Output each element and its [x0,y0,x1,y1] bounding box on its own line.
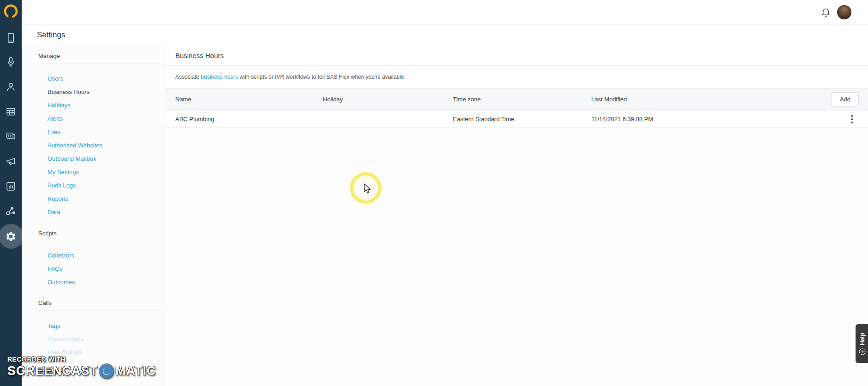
nav-section-calls: Calls [38,299,161,311]
settings-gear-icon[interactable] [5,231,17,242]
nav-item-tags[interactable]: Tags [48,320,161,333]
table-grid-icon[interactable] [5,106,17,117]
nav-item-user-ratings: User Ratings [48,345,161,358]
nav-item-outcomes[interactable]: Outcomes [48,275,161,289]
nav-item-audit-logs[interactable]: Audit Logs [48,179,161,192]
description-suffix: with scripts or IVR workflows to tell SA… [238,74,404,80]
cell-timezone: Eastern Standard Time [453,111,514,128]
nav-item-share-details: Share Details [48,333,161,345]
cell-last-modified: 11/14/2021 6:39:08 PM [591,111,653,128]
notifications-bell-icon[interactable] [820,7,831,18]
nav-list-manage: Users Business Hours Holidays Alerts Fil… [48,72,161,219]
page-title-band: Settings [22,25,868,45]
nav-item-alerts[interactable]: Alerts [48,112,161,125]
main-content: Business Hours Associate business hours … [165,46,868,386]
help-label: Help [859,333,865,345]
settings-nav-panel: Manage Users Business Hours Holidays Ale… [22,46,165,386]
top-bar [22,0,868,24]
nav-section-telephony: Telephony [38,369,161,380]
nav-item-holidays[interactable]: Holidays [48,99,161,112]
nav-item-collectors[interactable]: Collectors [48,249,161,262]
app-logo-icon[interactable] [3,4,18,19]
help-question-icon: ? [859,348,865,355]
table-row[interactable]: ABC Plumbing Eastern Standard Time 11/14… [165,111,868,128]
nav-section-manage: Manage [38,53,161,64]
description-row: Associate business hours with scripts or… [165,66,868,88]
mobile-phone-icon[interactable] [5,32,17,44]
mouse-cursor-icon [363,183,373,194]
microphone-icon[interactable] [5,56,17,68]
table-header-row: Name Holiday Time zone Last Modified Add [165,88,868,111]
nav-item-faqs[interactable]: FAQs [48,262,161,275]
column-header-timezone: Time zone [453,88,481,111]
column-header-holiday: Holiday [323,88,343,111]
help-tab[interactable]: ? Help [856,324,868,363]
nav-item-outbound-mailbox[interactable]: Outbound Mailbox [48,152,161,165]
script-code-icon[interactable] [5,130,17,142]
app-icon-rail [0,0,22,386]
nav-item-reports[interactable]: Reports [48,192,161,205]
page-title: Settings [22,25,868,45]
megaphone-icon[interactable] [5,156,17,167]
row-actions-kebab-icon[interactable] [849,115,855,124]
cell-name: ABC Plumbing [175,111,214,128]
nav-list-scripts: Collectors FAQs Outcomes [48,249,161,289]
nav-item-users[interactable]: Users [48,72,161,85]
user-avatar[interactable] [837,5,851,19]
share-nodes-icon[interactable] [5,205,17,217]
business-hours-link[interactable]: business hours [201,74,238,80]
column-header-name: Name [175,88,191,111]
nav-section-scripts: Scripts [38,230,161,241]
nav-item-authorized-websites[interactable]: Authorized Websites [48,139,161,152]
description-prefix: Associate [175,74,201,80]
contacts-icon[interactable] [5,81,17,93]
add-button[interactable]: Add [832,92,859,106]
nav-item-data[interactable]: Data [48,205,161,219]
nav-item-business-hours[interactable]: Business Hours [48,85,161,99]
content-header: Business Hours [165,46,868,66]
nav-item-my-settings[interactable]: My Settings [48,165,161,179]
nav-item-files[interactable]: Files [48,125,161,139]
content-heading: Business Hours [165,46,868,66]
column-header-last-modified: Last Modified [591,88,627,111]
nav-list-calls: Tags Share Details User Ratings [48,320,161,358]
bar-chart-icon[interactable] [5,181,17,192]
